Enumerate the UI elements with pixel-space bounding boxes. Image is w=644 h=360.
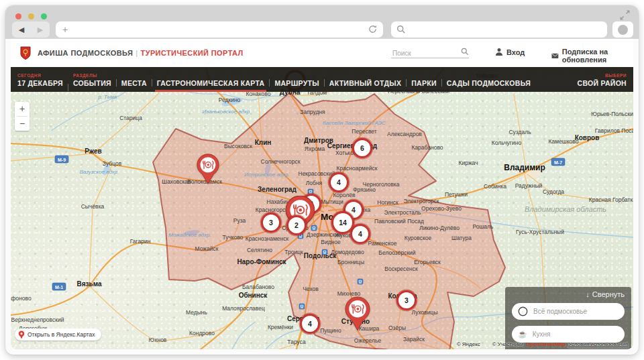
back-button[interactable]: ◀ <box>19 26 24 34</box>
map-city-label: Суздаль <box>508 129 531 135</box>
map-city-label: Медынь <box>186 309 207 316</box>
open-in-yandex-label: Открыть в Яндекс.Картах <box>28 331 95 338</box>
nav-item-4[interactable]: АКТИВНЫЙ ОТДЫХ <box>329 79 401 87</box>
yandex-pin-icon <box>18 331 25 339</box>
terms-link[interactable]: Условия использования <box>568 341 628 347</box>
search-icon[interactable] <box>461 48 469 56</box>
map-city-label: Раменское <box>368 240 397 247</box>
search-icon <box>396 25 406 34</box>
map-city-label: Павловский Посад <box>374 218 424 225</box>
login-button[interactable]: Вход <box>495 48 525 56</box>
map-city-label: Орехово-Зуево <box>421 205 462 212</box>
profile-button[interactable] <box>612 21 633 38</box>
site-search[interactable] <box>391 46 469 58</box>
browser-search-input[interactable] <box>409 21 590 39</box>
map-city-label: Луховицы <box>411 309 437 316</box>
map-region-label: Владимирская область <box>525 205 606 213</box>
map-city-label: Верхнеднепровский <box>11 316 64 323</box>
map-cluster-marker[interactable]: 2 <box>286 215 307 235</box>
map-cluster-marker[interactable]: 14 <box>331 211 354 234</box>
nav-item-2[interactable]: ГАСТРОНОМИЧЕСКАЯ КАРТА <box>157 79 265 87</box>
map-city-label: Кондрово <box>189 330 215 337</box>
district-selector[interactable]: ВЫБЕРИ СВОЙ РАЙОН <box>578 67 627 92</box>
refresh-icon[interactable] <box>368 24 378 37</box>
map-city-label: Мытищи <box>321 198 343 205</box>
map-cluster-marker[interactable]: 6 <box>352 138 372 158</box>
nav-item-5[interactable]: ПАРКИ <box>411 79 437 87</box>
person-icon <box>495 48 503 56</box>
map-city-label: Наро-Фоминск <box>237 258 287 265</box>
map-city-label: Можайск <box>195 245 219 252</box>
map-cluster-marker[interactable]: 3 <box>261 213 281 233</box>
map-city-label: Судогда <box>543 188 564 195</box>
nav-divider <box>68 84 68 91</box>
map-city-label: Чехов <box>303 286 319 292</box>
forward-button[interactable]: ▶ <box>38 26 43 34</box>
map-city-label: Ковров <box>575 134 600 141</box>
cuisine-filter-select[interactable]: ☕ Кухня <box>512 326 625 343</box>
map-restaurant-pin[interactable] <box>345 296 370 333</box>
map-city-label: Троицк <box>284 249 303 255</box>
browser-search-bar[interactable] <box>391 21 607 38</box>
window-controls <box>15 13 47 19</box>
nav-item-0[interactable]: СОБЫТИЯ <box>73 79 111 87</box>
maximize-window-button[interactable] <box>41 13 47 19</box>
map-city-label: Ожерелье <box>354 337 382 344</box>
close-window-button[interactable] <box>15 13 21 19</box>
url-input[interactable] <box>73 21 366 39</box>
today-date: 17 ДЕКАБРЯ <box>17 79 63 87</box>
map-city-label: Малоярославец <box>222 305 265 312</box>
map-city-label: Селятино <box>247 247 272 253</box>
map-city-label: Зарайск <box>403 336 425 343</box>
nav-sections: РАЗДЕЛЫ СОБЫТИЯМЕСТАГАСТРОНОМИЧЕСКАЯ КАР… <box>73 67 531 92</box>
map-cluster-marker[interactable]: 4 <box>300 314 320 334</box>
map-city-label: Собинка <box>484 183 506 190</box>
map-city-label: Лобня <box>306 180 323 186</box>
map-city-label: Запрудня <box>300 109 325 115</box>
cuisine-filter-value: Кухня <box>533 331 551 338</box>
map-city-label: Ногинск <box>377 199 398 206</box>
map-city-label: Высоковск <box>224 143 252 149</box>
map-city-label: Балабаново <box>242 284 274 290</box>
nav-item-6[interactable]: САДЫ ПОДМОСКОВЬЯ <box>447 79 531 87</box>
coat-of-arms-logo[interactable] <box>20 46 31 62</box>
site-search-input[interactable] <box>391 49 455 58</box>
browser-window: ◀ ▶ + <box>5 5 639 355</box>
nav-divider <box>269 79 270 86</box>
nav-item-3[interactable]: МАРШРУТЫ <box>274 79 319 87</box>
map-city-label: Радужный <box>515 182 543 189</box>
map-city-label: Озёры <box>388 324 406 331</box>
zoom-in-button[interactable]: + <box>15 102 30 116</box>
map-water-label: бассейн Загорской ГАЭС <box>323 120 386 126</box>
plus-icon[interactable]: + <box>62 24 68 35</box>
map-city-label: Обнинск <box>239 292 268 299</box>
map-restaurant-pin[interactable] <box>197 154 219 187</box>
map-city-label: Красноармейск <box>337 165 378 172</box>
map-city-label: Петушки <box>445 191 468 198</box>
minimize-window-button[interactable] <box>28 13 34 19</box>
nav-divider <box>441 79 442 86</box>
collapse-button[interactable]: ↓ Свернуть <box>586 290 625 298</box>
map-city-label: Некрасовский <box>299 170 335 177</box>
site-title: АФИША ПОДМОСКОВЬЯ|ТУРИСТИЧЕСКИЙ ПОРТАЛ <box>38 49 244 57</box>
osm-link[interactable]: OpenStreetMap <box>526 341 566 347</box>
map-filter-panel: ↓ Свернуть Всё подмосковье ☕ Кухня <box>505 287 631 349</box>
map-city-label: Шатура <box>451 235 472 241</box>
map-city-label: Рошаль <box>473 223 494 230</box>
nav-item-1[interactable]: МЕСТА <box>121 79 147 87</box>
url-bar[interactable]: + <box>56 21 383 38</box>
map-area[interactable]: СтарицаРжевЗубцовСычёвкаВязьмаГагаринСаф… <box>11 67 633 349</box>
subscribe-button[interactable]: Подписка на обновления <box>551 48 633 64</box>
browser-chrome: ◀ ▶ + <box>5 5 639 39</box>
map-cluster-marker[interactable]: 3 <box>396 290 417 310</box>
map-city-label: Александров <box>387 131 422 137</box>
map-city-label: Редкино <box>219 97 241 103</box>
map-city-label: Электрогорск <box>403 198 439 204</box>
login-label: Вход <box>506 48 525 56</box>
open-in-yandex-maps-button[interactable]: Открыть в Яндекс.Картах <box>15 328 101 341</box>
district-value: СВОЙ РАЙОН <box>578 79 627 87</box>
map-cluster-marker[interactable]: 4 <box>329 172 349 192</box>
zoom-out-button[interactable]: − <box>15 117 30 131</box>
train-station-icon <box>358 279 363 284</box>
region-filter-select[interactable]: Всё подмосковье <box>512 303 625 320</box>
